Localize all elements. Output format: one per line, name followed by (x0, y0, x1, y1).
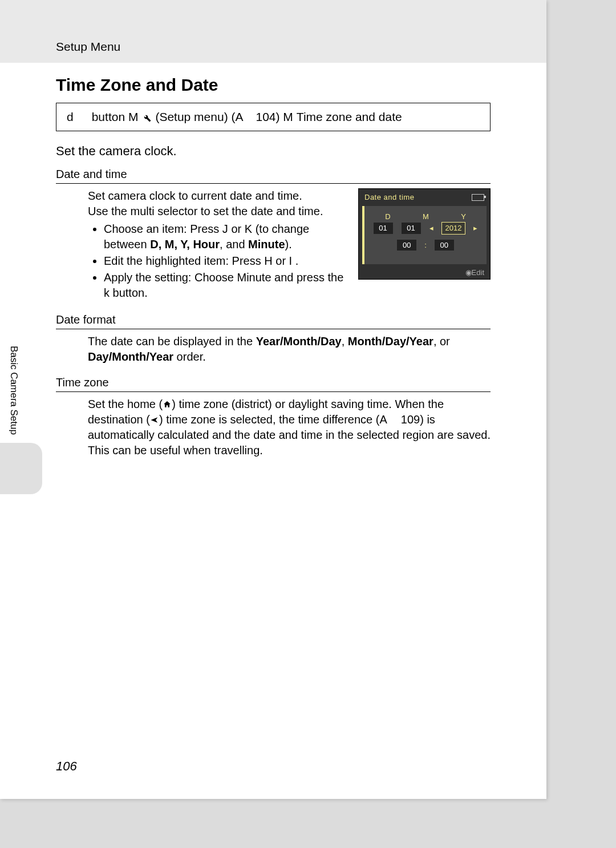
section-header-date-format: Date format (56, 313, 491, 329)
lcd-minute-value: 00 (435, 240, 454, 251)
section-body-date-format: The date can be displayed in the Year/Mo… (56, 334, 491, 365)
dt-intro2: Use the multi selector to set the date a… (88, 204, 349, 219)
nav-button-m: button M (92, 110, 139, 124)
home-icon (163, 398, 172, 407)
airplane-icon (150, 413, 159, 422)
nav-tail: Time zone and date (297, 110, 402, 124)
header-band: Setup Menu (0, 0, 546, 63)
section-body-date-and-time: Set camera clock to current date and tim… (56, 188, 491, 302)
section-header-date-and-time: Date and time (56, 168, 491, 184)
lcd-hour-value: 00 (397, 240, 416, 251)
dt-bullet-2: Edit the highlighted item: Press H or I … (104, 253, 349, 269)
lcd-label-d: D (385, 212, 390, 222)
lcd-label-m: M (423, 212, 429, 222)
breadcrumb: Setup Menu (56, 40, 120, 54)
lcd-title: Date and time (364, 192, 414, 203)
wrench-icon (141, 112, 152, 122)
thumb-tab (0, 443, 42, 494)
nav-setup: (Setup menu) (A (155, 110, 243, 124)
lead-text: Set the camera clock. (56, 144, 491, 159)
section-body-time-zone: Set the home () time zone (district) or … (56, 397, 491, 458)
lcd-day-value: 01 (374, 223, 393, 234)
camera-lcd-preview: Date and time D M Y 01 01 ◂ (358, 188, 491, 280)
dt-intro1: Set camera clock to current date and tim… (88, 188, 349, 204)
battery-icon (472, 194, 484, 201)
page-number: 106 (56, 759, 77, 774)
dt-bullet-3: Apply the setting: Choose Minute and pre… (104, 270, 349, 301)
manual-page: Setup Menu Time Zone and Date d button M… (0, 0, 546, 799)
lcd-month-value: 01 (402, 223, 421, 234)
nav-d: d (67, 110, 74, 124)
lcd-colon: : (424, 240, 427, 251)
nav-path-box: d button M (Setup menu) (A 104) M Time z… (56, 103, 491, 131)
content: Time Zone and Date d button M (Setup men… (0, 63, 546, 458)
dt-bullet-1: Choose an item: Press J or K (to change … (104, 221, 349, 252)
side-tab-label: Basic Camera Setup (8, 346, 19, 435)
lcd-edit-label: Edit (472, 268, 484, 277)
nav-pageref: 104) M (256, 110, 293, 124)
lcd-year-value: 2012 (442, 223, 465, 234)
lcd-edit-icon: ◉ (465, 268, 472, 277)
page-title: Time Zone and Date (56, 75, 491, 95)
section-header-time-zone: Time zone (56, 376, 491, 392)
lcd-label-y: Y (461, 212, 466, 222)
